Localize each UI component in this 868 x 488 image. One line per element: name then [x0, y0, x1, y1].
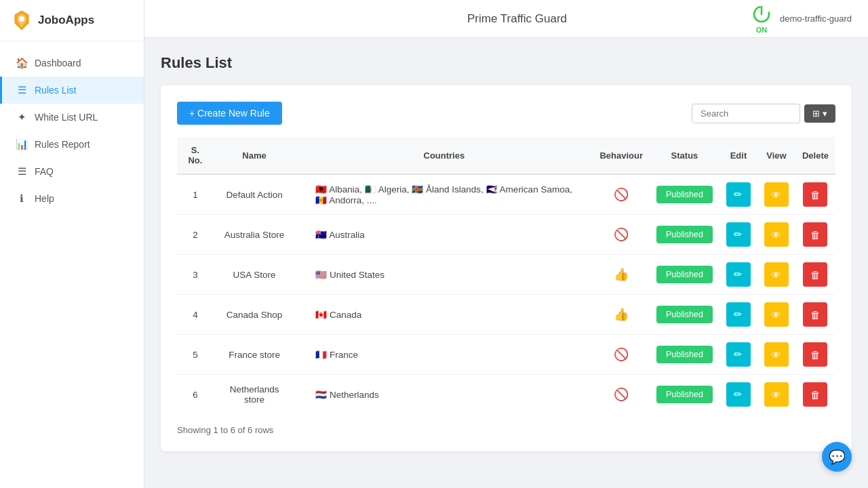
cell-behaviour: 🚫 [593, 335, 650, 375]
col-countries: Countries [295, 137, 593, 174]
behaviour-block-icon: 🚫 [614, 228, 629, 241]
page-content: Rules List + Create New Rule ⊞ ▾ S. No. [144, 38, 868, 488]
sidebar-item-rules-list-label: Rules List [35, 85, 76, 96]
cell-delete: 🗑 [795, 215, 835, 255]
table-row: 5 France store 🇫🇷 France 🚫 Published ✏ 👁… [177, 335, 835, 375]
sidebar-item-rules-list[interactable]: ☰ Rules List [0, 77, 144, 104]
edit-button[interactable]: ✏ [726, 342, 751, 367]
cell-view: 👁 [757, 174, 795, 215]
cell-view: 👁 [757, 375, 795, 415]
delete-button[interactable]: 🗑 [803, 302, 827, 327]
cell-delete: 🗑 [795, 375, 835, 415]
view-button[interactable]: 👁 [764, 342, 789, 367]
view-button[interactable]: 👁 [764, 182, 789, 207]
behaviour-allow-icon: 👍 [614, 308, 629, 321]
cell-sno: 1 [177, 174, 214, 215]
cell-view: 👁 [757, 255, 795, 295]
view-button[interactable]: 👁 [764, 382, 789, 407]
main-area: Prime Traffic Guard ON demo-traffic-guar… [144, 0, 868, 488]
page-title: Rules List [161, 54, 852, 72]
published-button[interactable]: Published [656, 386, 713, 403]
delete-button[interactable]: 🗑 [803, 382, 827, 407]
behaviour-block-icon: 🚫 [614, 388, 629, 401]
delete-button[interactable]: 🗑 [803, 222, 827, 247]
view-button[interactable]: 👁 [764, 302, 789, 327]
logo-text: JoboApps [38, 14, 94, 27]
edit-button[interactable]: ✏ [726, 382, 751, 407]
cell-delete: 🗑 [795, 174, 835, 215]
header: Prime Traffic Guard ON demo-traffic-guar… [144, 0, 868, 38]
cell-countries: 🇳🇱 Netherlands [295, 375, 593, 415]
table-row: 6 Netherlands store 🇳🇱 Netherlands 🚫 Pub… [177, 375, 835, 415]
cell-behaviour: 👍 [593, 255, 650, 295]
username: demo-traffic-guard [780, 14, 852, 24]
cell-name: Netherlands store [214, 375, 295, 415]
power-button[interactable]: ON [751, 4, 772, 34]
search-input[interactable] [692, 104, 800, 123]
sidebar-item-faq[interactable]: ☰ FAQ [0, 158, 144, 185]
published-button[interactable]: Published [656, 266, 713, 283]
cell-countries: 🇨🇦 Canada [295, 295, 593, 335]
grid-options-button[interactable]: ⊞ ▾ [804, 104, 835, 123]
cell-edit: ✏ [719, 295, 757, 335]
cell-sno: 6 [177, 375, 214, 415]
cell-sno: 3 [177, 255, 214, 295]
cell-name: France store [214, 335, 295, 375]
cell-status: Published [650, 295, 719, 335]
svg-point-2 [19, 16, 24, 22]
create-new-rule-button[interactable]: + Create New Rule [177, 102, 282, 125]
list-icon: ☰ [16, 84, 28, 96]
report-icon: 📊 [16, 138, 28, 150]
cell-status: Published [650, 375, 719, 415]
header-right: ON demo-traffic-guard [751, 4, 852, 34]
nav-items: 🏠 Dashboard ☰ Rules List ✦ White List UR… [0, 41, 144, 220]
sidebar-item-rules-report[interactable]: 📊 Rules Report [0, 131, 144, 158]
published-button[interactable]: Published [656, 346, 713, 363]
chat-bubble[interactable]: 💬 [822, 442, 852, 472]
delete-button[interactable]: 🗑 [803, 262, 827, 287]
edit-button[interactable]: ✏ [726, 222, 751, 247]
cell-edit: ✏ [719, 335, 757, 375]
behaviour-block-icon: 🚫 [614, 188, 629, 201]
table-row: 4 Canada Shop 🇨🇦 Canada 👍 Published ✏ 👁 … [177, 295, 835, 335]
sidebar-item-help-label: Help [35, 193, 54, 204]
logo-area: JoboApps [0, 0, 144, 41]
view-button[interactable]: 👁 [764, 262, 789, 287]
cell-countries: 🇫🇷 France [295, 335, 593, 375]
cell-view: 👁 [757, 335, 795, 375]
cell-status: Published [650, 255, 719, 295]
col-view: View [757, 137, 795, 174]
col-delete: Delete [795, 137, 835, 174]
cell-edit: ✏ [719, 215, 757, 255]
cell-status: Published [650, 174, 719, 215]
cell-edit: ✏ [719, 255, 757, 295]
table-row: 2 Australia Store 🇦🇺 Australia 🚫 Publish… [177, 215, 835, 255]
cell-countries: 🇦🇱 Albania, 🇩🇿 Algeria, 🇦🇽 Åland Islands… [295, 174, 593, 215]
behaviour-block-icon: 🚫 [614, 348, 629, 361]
col-status: Status [650, 137, 719, 174]
header-title: Prime Traffic Guard [467, 12, 567, 26]
cell-delete: 🗑 [795, 255, 835, 295]
faq-icon: ☰ [16, 165, 28, 178]
grid-icon: ⊞ [812, 108, 820, 119]
col-edit: Edit [719, 137, 757, 174]
published-button[interactable]: Published [656, 186, 713, 203]
sidebar-item-whitelist-url[interactable]: ✦ White List URL [0, 104, 144, 131]
chat-icon: 💬 [829, 449, 846, 465]
cell-delete: 🗑 [795, 335, 835, 375]
edit-button[interactable]: ✏ [726, 302, 751, 327]
delete-button[interactable]: 🗑 [803, 182, 827, 207]
cell-delete: 🗑 [795, 295, 835, 335]
edit-button[interactable]: ✏ [726, 262, 751, 287]
sidebar-item-help[interactable]: ℹ Help [0, 185, 144, 212]
delete-button[interactable]: 🗑 [803, 342, 827, 367]
cell-view: 👁 [757, 215, 795, 255]
published-button[interactable]: Published [656, 226, 713, 243]
cell-behaviour: 🚫 [593, 215, 650, 255]
table-row: 1 Default Action 🇦🇱 Albania, 🇩🇿 Algeria,… [177, 174, 835, 215]
cell-edit: ✏ [719, 375, 757, 415]
sidebar-item-dashboard[interactable]: 🏠 Dashboard [0, 49, 144, 77]
edit-button[interactable]: ✏ [726, 182, 751, 207]
published-button[interactable]: Published [656, 306, 713, 323]
view-button[interactable]: 👁 [764, 222, 789, 247]
